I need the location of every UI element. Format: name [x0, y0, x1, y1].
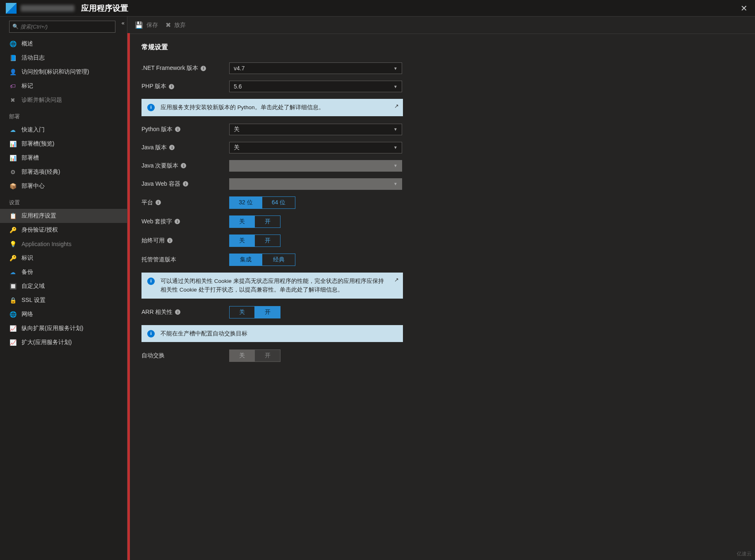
toggle-option[interactable]: 32 位 — [229, 196, 262, 209]
nav-item[interactable]: ✖诊断并解决问题 — [0, 93, 127, 107]
nav-item-label: 纵向扩展(应用服务计划) — [22, 325, 83, 332]
info-icon[interactable]: i — [167, 238, 173, 243]
platform-toggle[interactable]: 32 位64 位 — [229, 196, 295, 209]
search-box: 🔍 — [9, 21, 115, 33]
toggle-option[interactable]: 64 位 — [262, 196, 295, 209]
discard-button[interactable]: ✖ 放弃 — [165, 21, 186, 29]
slot-icon: 📊 — [9, 140, 17, 148]
info-icon[interactable]: i — [169, 84, 174, 89]
nav-item[interactable]: 🔑身份验证/授权 — [0, 223, 127, 237]
close-button[interactable]: ✕ — [736, 1, 752, 16]
toggle-option[interactable]: 开 — [255, 215, 280, 228]
nav-item[interactable]: 📋应用程序设置 — [0, 209, 127, 223]
net-icon: 🌐 — [9, 311, 17, 318]
info-icon: i — [147, 330, 155, 337]
slot-icon: 📊 — [9, 154, 17, 162]
nav-item-label: 自定义域 — [22, 282, 45, 290]
nav-item[interactable]: 📈扩大(应用服务计划) — [0, 335, 127, 349]
python-alert[interactable]: i 应用服务支持安装较新版本的 Python。单击此处了解详细信息。 ↗ — [141, 99, 403, 116]
nav-item-label: 部署槽(预览) — [22, 140, 54, 148]
content-scroller[interactable]: 常规设置 .NET Framework 版本i v4.7▼ PHP 版本i 5.… — [127, 34, 755, 560]
nav-item[interactable]: ⚙部署选项(经典) — [0, 165, 127, 179]
accent-bar — [127, 33, 130, 560]
nav-item-label: 活动日志 — [22, 54, 45, 62]
toggle-option[interactable]: 开 — [255, 235, 280, 247]
info-icon[interactable]: i — [175, 219, 180, 224]
nav-item[interactable]: 🔲自定义域 — [0, 279, 127, 293]
dotnet-select[interactable]: v4.7▼ — [229, 62, 402, 74]
tag-icon: 🏷 — [9, 82, 17, 90]
section-settings: 设置 — [0, 193, 127, 209]
nav-item[interactable]: 📈纵向扩展(应用服务计划) — [0, 321, 127, 335]
python-select[interactable]: 关▼ — [229, 124, 402, 135]
php-select[interactable]: 5.6▼ — [229, 81, 402, 92]
sidebar: « 🔍 🌐概述📘活动日志👤访问控制(标识和访问管理)🏷标记✖诊断并解决问题 部署… — [0, 17, 127, 560]
nav-item[interactable]: 📦部署中心 — [0, 179, 127, 193]
nav-item[interactable]: 📊部署槽(预览) — [0, 137, 127, 151]
app-logo — [6, 3, 17, 14]
toggle-option[interactable]: 集成 — [229, 254, 262, 266]
nav-item-label: 快速入门 — [22, 126, 45, 134]
nav-item-label: 诊断并解决问题 — [22, 96, 62, 104]
nav-item-label: 备份 — [22, 268, 33, 276]
info-icon[interactable]: i — [169, 145, 175, 150]
search-icon: 🔍 — [12, 24, 19, 29]
java-select[interactable]: 关▼ — [229, 142, 402, 153]
breadcrumb-redacted — [21, 5, 74, 12]
autoswap-toggle: 关开 — [229, 349, 280, 362]
globe-icon: 🌐 — [9, 40, 17, 48]
nav-item[interactable]: 📘活动日志 — [0, 51, 127, 65]
search-input[interactable] — [9, 21, 115, 33]
java-minor-select: ▼ — [229, 160, 402, 172]
nav-item-label: Application Insights — [22, 241, 72, 247]
collapse-sidebar-button[interactable]: « — [122, 20, 125, 26]
nav-item-label: 访问控制(标识和访问管理) — [22, 68, 89, 76]
bulb-icon: 💡 — [9, 240, 17, 248]
nav-item[interactable]: ☁快速入门 — [0, 123, 127, 137]
cloud-icon: ☁ — [9, 126, 17, 134]
chevron-down-icon: ▼ — [393, 145, 398, 150]
info-icon[interactable]: i — [201, 66, 206, 71]
nav-item[interactable]: 🌐网络 — [0, 307, 127, 321]
info-icon[interactable]: i — [183, 181, 188, 187]
nav-item-label: 扩大(应用服务计划) — [22, 339, 72, 346]
chevron-down-icon: ▼ — [393, 163, 398, 168]
nav-item[interactable]: 💡Application Insights — [0, 237, 127, 251]
diag-icon: ✖ — [9, 96, 17, 104]
autoswap-alert: i 不能在生产槽中配置自动交换目标 — [141, 325, 403, 342]
toggle-option[interactable]: 经典 — [262, 254, 295, 266]
external-link-icon[interactable]: ↗ — [394, 102, 399, 111]
chevron-down-icon: ▼ — [393, 84, 398, 89]
websockets-toggle[interactable]: 关开 — [229, 215, 280, 228]
nav-item[interactable]: 🏷标记 — [0, 79, 127, 93]
external-link-icon[interactable]: ↗ — [394, 276, 399, 285]
info-icon[interactable]: i — [175, 127, 180, 132]
arr-alert[interactable]: i 可以通过关闭相关性 Cookie 来提高无状态应用程序的性能，完全状态的应用… — [141, 273, 403, 299]
nav-item[interactable]: ☁备份 — [0, 265, 127, 279]
toggle-option[interactable]: 开 — [255, 306, 280, 318]
java-web-select: ▼ — [229, 178, 402, 190]
toggle-option[interactable]: 关 — [229, 215, 255, 228]
nav-item[interactable]: 👤访问控制(标识和访问管理) — [0, 65, 127, 79]
pipeline-toggle[interactable]: 集成经典 — [229, 254, 295, 266]
nav-item[interactable]: 🔑标识 — [0, 251, 127, 265]
list-icon: 📋 — [9, 212, 17, 220]
info-icon[interactable]: i — [175, 309, 180, 315]
access-icon: 👤 — [9, 68, 17, 76]
nav-item[interactable]: 📊部署槽 — [0, 151, 127, 165]
chevron-down-icon: ▼ — [393, 182, 398, 186]
nav-item-label: 标识 — [22, 254, 33, 262]
alwayson-toggle[interactable]: 关开 — [229, 235, 280, 247]
toggle-option[interactable]: 关 — [229, 306, 255, 318]
info-icon[interactable]: i — [181, 163, 186, 168]
nav-item[interactable]: 🌐概述 — [0, 37, 127, 51]
arr-toggle[interactable]: 关开 — [229, 306, 280, 318]
nav-item[interactable]: 🔒SSL 设置 — [0, 293, 127, 307]
toggle-option[interactable]: 关 — [229, 235, 255, 247]
nav-item-label: 身份验证/授权 — [22, 226, 58, 234]
save-button[interactable]: 💾 保存 — [135, 21, 158, 29]
info-icon[interactable]: i — [156, 200, 161, 205]
section-heading: 常规设置 — [141, 43, 738, 52]
nav-item-label: SSL 设置 — [22, 297, 46, 304]
log-icon: 📘 — [9, 54, 17, 62]
